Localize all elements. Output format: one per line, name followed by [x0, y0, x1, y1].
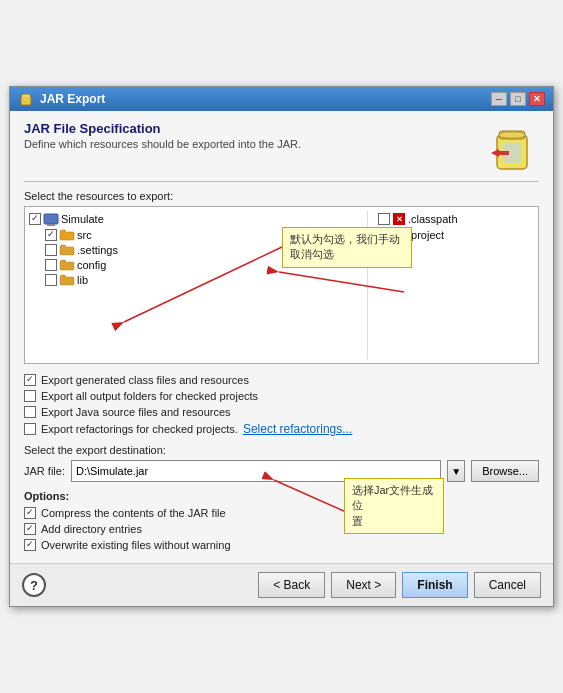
option-compress[interactable]: Compress the contents of the JAR file: [24, 505, 539, 521]
tree-item-simulate[interactable]: Simulate: [29, 211, 363, 227]
minimize-button[interactable]: ─: [491, 92, 507, 106]
label-overwrite: Overwrite existing files without warning: [41, 539, 231, 551]
checkbox-src[interactable]: [45, 229, 57, 241]
settings-folder-icon: [59, 243, 75, 256]
resources-wrapper: Simulate src: [24, 206, 539, 364]
export-options: Export generated class files and resourc…: [24, 372, 539, 438]
help-button[interactable]: ?: [22, 573, 46, 597]
checkbox-export-class[interactable]: [24, 374, 36, 386]
checkbox-compress[interactable]: [24, 507, 36, 519]
cancel-button[interactable]: Cancel: [474, 572, 541, 598]
checkbox-export-folders[interactable]: [24, 390, 36, 402]
svg-rect-9: [47, 224, 55, 226]
checkbox-overwrite[interactable]: [24, 539, 36, 551]
label-classpath: .classpath: [408, 213, 458, 225]
callout-2: 选择Jar文件生成位置: [344, 478, 444, 534]
dest-row: JAR file: ▼ Browse... 选择Jar文件生成位置: [24, 460, 539, 482]
svg-rect-8: [44, 214, 58, 224]
lib-folder-icon: [59, 273, 75, 286]
checkbox-simulate[interactable]: [29, 213, 41, 225]
title-text: JAR Export: [40, 92, 105, 106]
tree-label-settings: .settings: [77, 244, 118, 256]
right-item-classpath[interactable]: ✕ .classpath: [378, 211, 534, 227]
option-label-0: Export generated class files and resourc…: [41, 374, 249, 386]
finish-button[interactable]: Finish: [402, 572, 467, 598]
back-button[interactable]: < Back: [258, 572, 325, 598]
section-desc: Define which resources should be exporte…: [24, 138, 301, 150]
title-bar-controls[interactable]: ─ □ ✕: [491, 92, 545, 106]
title-bar: JAR Export ─ □ ✕: [10, 87, 553, 111]
callout-1: 默认为勾选，我们手动取消勾选: [282, 227, 412, 268]
dialog-body: JAR File Specification Define which reso…: [10, 111, 553, 563]
option-label-1: Export all output folders for checked pr…: [41, 390, 258, 402]
option-overwrite[interactable]: Overwrite existing files without warning: [24, 537, 539, 553]
checkbox-export-source[interactable]: [24, 406, 36, 418]
destination-section: Select the export destination: JAR file:…: [24, 444, 539, 482]
option-row-0[interactable]: Export generated class files and resourc…: [24, 372, 539, 388]
option-row-3[interactable]: Export refactorings for checked projects…: [24, 420, 539, 438]
header-area: JAR File Specification Define which reso…: [24, 121, 539, 182]
maximize-button[interactable]: □: [510, 92, 526, 106]
next-button[interactable]: Next >: [331, 572, 396, 598]
checkbox-settings[interactable]: [45, 244, 57, 256]
option-directory[interactable]: Add directory entries: [24, 521, 539, 537]
project-icon: [43, 212, 59, 226]
tree-label-config: config: [77, 259, 106, 271]
x-icon-classpath: ✕: [393, 213, 405, 225]
option-row-1[interactable]: Export all output folders for checked pr…: [24, 388, 539, 404]
checkbox-lib[interactable]: [45, 274, 57, 286]
option-label-3: Export refactorings for checked projects…: [41, 423, 238, 435]
options-section: Options: Compress the contents of the JA…: [24, 490, 539, 553]
option-row-2[interactable]: Export Java source files and resources: [24, 404, 539, 420]
jar-file-label: JAR file:: [24, 465, 65, 477]
checkbox-directory[interactable]: [24, 523, 36, 535]
footer-buttons: < Back Next > Finish Cancel: [258, 572, 541, 598]
svg-point-5: [499, 132, 525, 138]
tree-item-lib[interactable]: lib: [29, 272, 363, 287]
dest-label: Select the export destination:: [24, 444, 539, 456]
browse-button[interactable]: Browse...: [471, 460, 539, 482]
tree-label-src: src: [77, 229, 92, 241]
resources-label: Select the resources to export:: [24, 190, 539, 202]
dropdown-button[interactable]: ▼: [447, 460, 465, 482]
footer: ? < Back Next > Finish Cancel: [10, 563, 553, 606]
checkbox-classpath[interactable]: [378, 213, 390, 225]
config-folder-icon: [59, 258, 75, 271]
src-folder-icon: [59, 228, 75, 241]
section-title: JAR File Specification: [24, 121, 301, 136]
label-directory: Add directory entries: [41, 523, 142, 535]
option-label-2: Export Java source files and resources: [41, 406, 231, 418]
jar-title-icon: [18, 91, 34, 107]
tree-label-simulate: Simulate: [61, 213, 104, 225]
label-project: .project: [408, 229, 444, 241]
refactorings-link[interactable]: Select refactorings...: [243, 422, 352, 436]
checkbox-export-refact[interactable]: [24, 423, 36, 435]
svg-point-2: [22, 95, 30, 98]
tree-label-lib: lib: [77, 274, 88, 286]
jar-export-dialog: JAR Export ─ □ ✕ JAR File Specification …: [9, 86, 554, 607]
options-label: Options:: [24, 490, 539, 502]
close-button[interactable]: ✕: [529, 92, 545, 106]
jar-graphic-icon: [489, 121, 535, 173]
checkbox-config[interactable]: [45, 259, 57, 271]
label-compress: Compress the contents of the JAR file: [41, 507, 226, 519]
